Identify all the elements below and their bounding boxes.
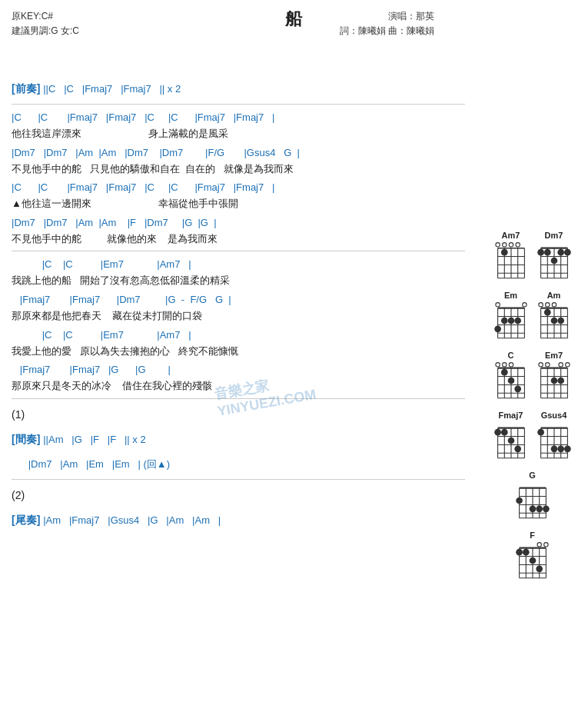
svg-point-60	[550, 318, 557, 324]
v1-lyric1: 他往我這岸漂來 身上滿載的是風采	[12, 126, 465, 141]
key-text: 原KEY:C#	[12, 9, 79, 24]
svg-point-41	[522, 303, 526, 307]
outro-block: [尾奏] |Am |Fmaj7 |Gsus4 |G |Am |Am |	[12, 509, 465, 531]
chord-am7-diagram	[492, 241, 530, 280]
chord-g-diagram	[513, 481, 552, 520]
chord-dm7: Dm7	[535, 231, 573, 280]
suggestion-text: 建議男調:G 女:C	[12, 24, 79, 38]
content-area: [前奏] ||C |C |Fmaj7 |Fmaj7 || x 2 |C |C |…	[12, 78, 465, 531]
svg-point-146	[537, 543, 540, 547]
outro-chords: |Am |Fmaj7 |Gsus4 |G |Am |Am |	[43, 514, 221, 526]
outro-num1: (2)	[12, 489, 25, 501]
svg-point-43	[514, 318, 521, 324]
v1-chord3: |C |C |Fmaj7 |Fmaj7 |C |C |Fmaj7 |Fmaj7 …	[12, 179, 465, 196]
svg-point-59	[543, 309, 550, 316]
svg-point-28	[564, 249, 571, 256]
svg-point-27	[557, 249, 564, 256]
svg-point-45	[494, 326, 501, 333]
chord-g: G	[513, 471, 552, 520]
svg-point-12	[509, 243, 513, 247]
v1-lyric2: 不見他手中的舵 只見他的驕傲和自在 自在的 就像是為我而來	[12, 161, 465, 177]
chorus-block3: |C |C |Em7 |Am7 | 我愛上他的愛 原以為失去擁抱的心 終究不能慷…	[12, 327, 465, 359]
svg-point-14	[500, 249, 507, 256]
meta-left: 原KEY:C# 建議男調:G 女:C	[12, 9, 79, 38]
chord-g-label: G	[529, 471, 536, 480]
chord-gsus4: Gsus4	[535, 411, 573, 460]
svg-point-132	[516, 497, 523, 504]
chord-am7: Am7	[492, 231, 530, 280]
outro-label1: (2)	[12, 484, 465, 506]
divider3	[12, 398, 465, 399]
prelude-chords: ||C |C |Fmaj7 |Fmaj7 || x 2	[43, 83, 181, 95]
chord-gsus4-label: Gsus4	[541, 411, 567, 420]
chorus-lyric4: 那原來只是冬天的冰冷 借住在我心裡的殘骸	[12, 378, 465, 394]
svg-point-61	[557, 318, 564, 324]
svg-point-13	[515, 243, 519, 247]
chord-fmaj7: Fmaj7	[492, 411, 530, 460]
chord-em-label: Em	[504, 291, 517, 300]
svg-point-88	[538, 363, 542, 367]
divider1	[12, 104, 465, 105]
svg-point-57	[545, 303, 549, 307]
v1-lyric4: 不見他手中的舵 就像他的來 是為我而來	[12, 231, 465, 247]
svg-point-72	[495, 363, 499, 367]
outro-label2: [尾奏]	[12, 514, 40, 526]
chord-row-4: Fmaj7	[480, 411, 584, 460]
chorus-block4: |Fmaj7 |Fmaj7 |G |G | 那原來只是冬天的冰冷 借住在我心裡的…	[12, 361, 465, 394]
svg-point-90	[558, 363, 562, 367]
svg-point-75	[500, 369, 507, 376]
svg-point-56	[538, 303, 542, 307]
chorus-block2: |Fmaj7 |Fmaj7 |Dm7 |G - F/G G | 那原來都是他把春…	[12, 291, 465, 324]
singer-label: 演唱：那英	[340, 9, 434, 24]
svg-point-40	[495, 303, 499, 307]
chorus-chord1: |C |C |Em7 |Am7 |	[12, 256, 465, 273]
chorus-chord2: |Fmaj7 |Fmaj7 |Dm7 |G - F/G G |	[12, 291, 465, 308]
chord-c-diagram	[492, 361, 530, 400]
chord-gsus4-diagram	[535, 421, 573, 460]
v1-chord1: |C |C |Fmaj7 |Fmaj7 |C |C |Fmaj7 |Fmaj7 …	[12, 109, 465, 126]
svg-point-150	[529, 557, 536, 564]
chord-am7-label: Am7	[502, 231, 520, 240]
chord-f-diagram	[513, 541, 552, 580]
svg-point-92	[550, 378, 557, 384]
chord-diagrams-panel: Am7	[480, 231, 584, 591]
divider2	[12, 251, 465, 251]
chord-fmaj7-label: Fmaj7	[499, 411, 523, 420]
svg-point-89	[545, 363, 549, 367]
svg-point-107	[514, 446, 521, 453]
interlude-label2: [間奏]	[12, 433, 40, 445]
chord-em7-diagram	[535, 361, 573, 400]
svg-point-77	[514, 386, 521, 393]
chord-em7-label: Em7	[545, 351, 563, 360]
interlude-chord1: ||Am |G |F |F || x 2	[43, 434, 145, 445]
chord-em7: Em7	[535, 351, 573, 400]
chorus-lyric2: 那原來都是他把春天 藏在從未打開的口袋	[12, 308, 465, 324]
svg-point-121	[564, 446, 571, 453]
interlude-num1: (1)	[12, 408, 25, 421]
svg-point-11	[502, 243, 506, 247]
svg-point-91	[565, 363, 569, 367]
verse1-block2: |Dm7 |Dm7 |Am |Am |Dm7 |Dm7 |F/G |Gsus4 …	[12, 145, 465, 177]
interlude-block2: |Dm7 |Am |Em |Em | (回▲)	[12, 453, 465, 474]
chord-fmaj7-diagram	[492, 421, 530, 460]
svg-point-105	[500, 429, 507, 436]
svg-point-118	[537, 429, 544, 436]
chord-am-label: Am	[547, 291, 561, 300]
words-music: 詞：陳曦娟 曲：陳曦娟	[340, 24, 434, 38]
chord-row-5: G	[480, 471, 584, 520]
prelude-label: [前奏]	[12, 82, 40, 95]
svg-point-120	[557, 446, 564, 453]
v1-chord2: |Dm7 |Dm7 |Am |Am |Dm7 |Dm7 |F/G |Gsus4 …	[12, 145, 465, 161]
chord-row-2: Em	[480, 291, 584, 340]
svg-point-104	[494, 429, 501, 436]
chord-f-label: F	[530, 531, 535, 540]
song-title: 船	[12, 8, 576, 31]
chorus-chord3: |C |C |Em7 |Am7 |	[12, 327, 465, 344]
chord-dm7-label: Dm7	[545, 231, 563, 240]
chord-row-1: Am7	[480, 231, 584, 280]
chorus-block1: |C |C |Em7 |Am7 | 我跳上他的船 開始了沒有忽高忽低卻溫柔的精采	[12, 256, 465, 288]
svg-point-44	[500, 318, 507, 324]
chord-em-diagram	[492, 301, 530, 340]
svg-point-76	[507, 378, 514, 384]
v1-lyric3: ▲他往這一邊開來 幸福從他手中張開	[12, 196, 465, 211]
